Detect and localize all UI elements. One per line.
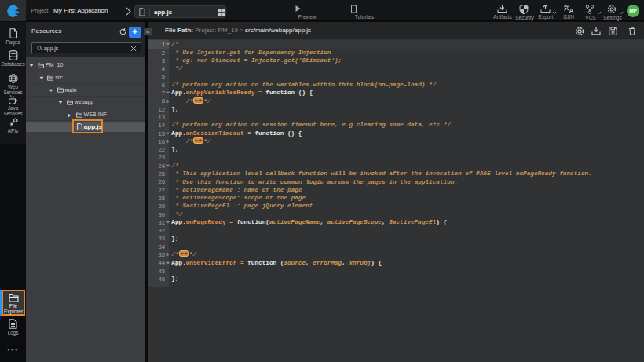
svg-text:A: A [569, 6, 574, 13]
